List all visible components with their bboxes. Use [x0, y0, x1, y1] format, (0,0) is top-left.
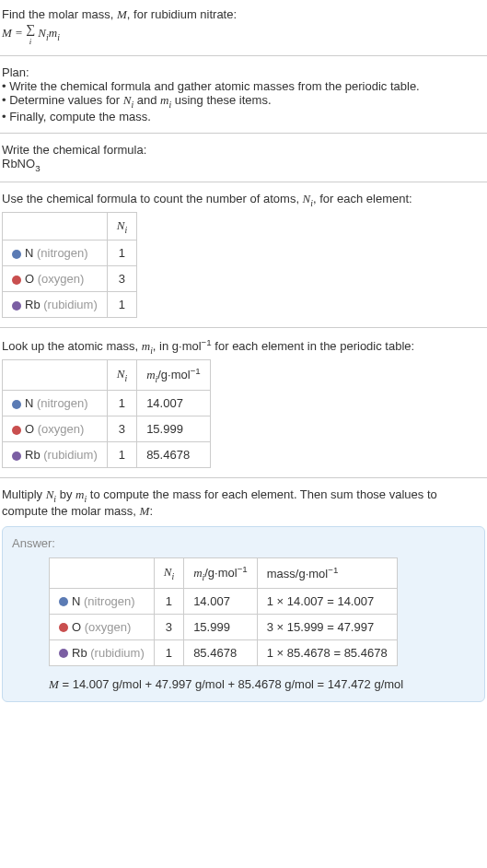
element-cell: N (nitrogen) — [3, 240, 108, 266]
chemical-formula: RbNO3 — [2, 157, 485, 173]
text: : — [149, 504, 153, 518]
text: using these items. — [171, 93, 271, 107]
element-name: (rubidium) — [41, 298, 98, 311]
calc-value: 1 × 14.007 = 14.007 — [257, 588, 397, 614]
formula-main: RbNO — [2, 157, 35, 170]
table-header-row: Ni mi/g·mol−1 — [3, 360, 211, 391]
sigma: ∑ — [26, 22, 35, 37]
n-value: 1 — [154, 639, 183, 665]
symbol: Rb — [72, 646, 87, 660]
element-cell: O (oxygen) — [3, 266, 108, 292]
element-dot-icon — [12, 452, 21, 461]
molar-mass-formula: M = ∑i Nimi — [2, 22, 485, 46]
text: and — [133, 93, 160, 107]
chemical-formula-section: Write the chemical formula: RbNO3 — [0, 139, 487, 177]
element-dot-icon — [59, 623, 68, 632]
table-row: Rb (rubidium) 1 85.4678 — [3, 442, 211, 468]
table-row: N (nitrogen) 1 — [3, 240, 137, 266]
text: by — [56, 487, 75, 501]
n-value: 1 — [154, 588, 183, 614]
n-value: 3 — [154, 614, 183, 639]
m-value: 85.4678 — [137, 442, 211, 468]
section-title: Write the chemical formula: — [2, 143, 485, 157]
text: Look up the atomic mass, — [2, 340, 142, 354]
n-header: Ni — [154, 557, 183, 588]
table-row: O (oxygen) 3 — [3, 266, 137, 292]
multiply-text: Multiply Ni by mi to compute the mass fo… — [2, 487, 485, 519]
table-row: N (nitrogen) 1 14.007 — [3, 391, 211, 416]
element-name: (nitrogen) — [33, 246, 87, 260]
divider — [0, 55, 487, 56]
table-row: Rb (rubidium) 1 — [3, 292, 137, 318]
symbol: N — [72, 594, 80, 608]
text: , for each element: — [313, 192, 412, 205]
element-name: (rubidium) — [41, 448, 98, 462]
var: M — [140, 504, 150, 518]
element-name: (nitrogen) — [33, 396, 87, 410]
m-value: 15.999 — [184, 614, 258, 639]
intro-line: Find the molar mass, M, for rubidium nit… — [2, 7, 485, 22]
m: m — [49, 26, 57, 40]
element-cell: N (nitrogen) — [50, 588, 155, 614]
text: Find the molar mass, — [2, 7, 117, 21]
n-value: 1 — [107, 442, 136, 468]
table-row: N (nitrogen) 1 14.007 1 × 14.007 = 14.00… — [50, 588, 398, 614]
text: Multiply — [2, 487, 46, 501]
var: m — [142, 340, 150, 354]
element-cell: Rb (rubidium) — [3, 292, 108, 318]
n-value: 3 — [107, 266, 136, 292]
divider — [0, 477, 487, 478]
n: N — [38, 26, 46, 40]
element-dot-icon — [12, 426, 21, 435]
count-section: Use the chemical formula to count the nu… — [0, 188, 487, 322]
element-dot-icon — [12, 276, 21, 285]
formula-sub: 3 — [35, 162, 40, 172]
table-row: O (oxygen) 3 15.999 — [3, 416, 211, 442]
symbol: N — [25, 396, 33, 410]
element-cell: O (oxygen) — [3, 416, 108, 442]
element-dot-icon — [12, 301, 21, 311]
answer-table: Ni mi/g·mol−1 mass/g·mol−1 N (nitrogen) … — [49, 557, 398, 666]
table-row: O (oxygen) 3 15.999 3 × 15.999 = 47.997 — [50, 614, 398, 639]
symbol: O — [72, 620, 81, 634]
sub-i: i — [57, 32, 60, 42]
calc-value: 3 × 15.999 = 47.997 — [257, 614, 397, 639]
m-value: 85.4678 — [184, 639, 258, 665]
m-value: 14.007 — [184, 588, 258, 614]
text: Use the chemical formula to count the nu… — [2, 192, 303, 205]
symbol: O — [25, 272, 34, 286]
exp: −1 — [202, 337, 212, 347]
plan-title: Plan: — [2, 65, 485, 79]
text: , in g·mol — [153, 340, 202, 354]
empty-header — [50, 557, 155, 588]
answer-box: Answer: Ni mi/g·mol−1 mass/g·mol−1 N (ni… — [2, 526, 485, 702]
divider — [0, 182, 487, 182]
element-name: (nitrogen) — [80, 594, 134, 608]
var: m — [160, 93, 168, 107]
empty-header — [3, 360, 108, 391]
equation: = 14.007 g/mol + 47.997 g/mol + 85.4678 … — [59, 677, 403, 691]
m-header: mi/g·mol−1 — [137, 360, 211, 391]
var-m: M — [117, 7, 127, 21]
m-value: 15.999 — [137, 416, 211, 442]
plan-section: Plan: • Write the chemical formula and g… — [0, 62, 487, 127]
lhs: M — [2, 26, 12, 40]
element-name: (oxygen) — [34, 272, 84, 286]
element-dot-icon — [12, 250, 21, 259]
intro-section: Find the molar mass, M, for rubidium nit… — [0, 4, 487, 50]
n-header: Ni — [107, 212, 136, 240]
eq: = — [12, 26, 26, 40]
n-header: Ni — [107, 360, 136, 391]
m-value: 14.007 — [137, 391, 211, 416]
var: M — [49, 677, 59, 691]
element-dot-icon — [59, 649, 68, 658]
symbol: N — [25, 246, 33, 260]
text: for each element in the periodic table: — [212, 340, 414, 354]
mass-table: Ni mi/g·mol−1 N (nitrogen) 1 14.007 O (o… — [2, 359, 211, 468]
plan-bullet: • Determine values for Ni and mi using t… — [2, 93, 485, 110]
table-header-row: Ni — [3, 212, 137, 240]
m-header: mi/g·mol−1 — [184, 557, 258, 588]
table-header-row: Ni mi/g·mol−1 mass/g·mol−1 — [50, 557, 398, 588]
element-cell: Rb (rubidium) — [3, 442, 108, 468]
mass-text: Look up the atomic mass, mi, in g·mol−1 … — [2, 337, 485, 356]
